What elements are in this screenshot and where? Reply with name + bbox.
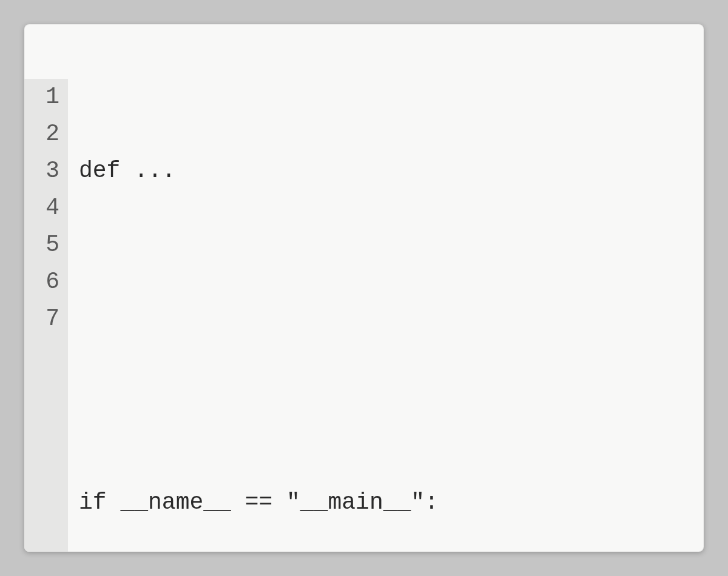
line-number: 6	[24, 264, 59, 301]
line-number-gutter: 1 2 3 4 5 6 7	[24, 79, 68, 552]
code-area[interactable]: 1 2 3 4 5 6 7 def ... if __name__ == "__…	[24, 79, 704, 552]
line-number: 1	[24, 79, 59, 116]
code-line[interactable]	[79, 374, 704, 411]
code-line[interactable]: def ...	[79, 153, 704, 190]
line-number: 4	[24, 190, 59, 227]
line-number: 7	[24, 301, 59, 338]
code-line[interactable]	[79, 263, 704, 300]
code-text: def ...	[79, 158, 176, 184]
code-line[interactable]: if __name__ == "__main__":	[79, 484, 704, 521]
line-number: 3	[24, 153, 59, 190]
code-editor[interactable]: 1 2 3 4 5 6 7 def ... if __name__ == "__…	[24, 24, 704, 552]
line-number: 5	[24, 227, 59, 264]
code-content-area[interactable]: def ... if __name__ == "__main__": word …	[68, 79, 704, 552]
line-number: 2	[24, 116, 59, 153]
code-text: if __name__ == "__main__":	[79, 489, 439, 515]
